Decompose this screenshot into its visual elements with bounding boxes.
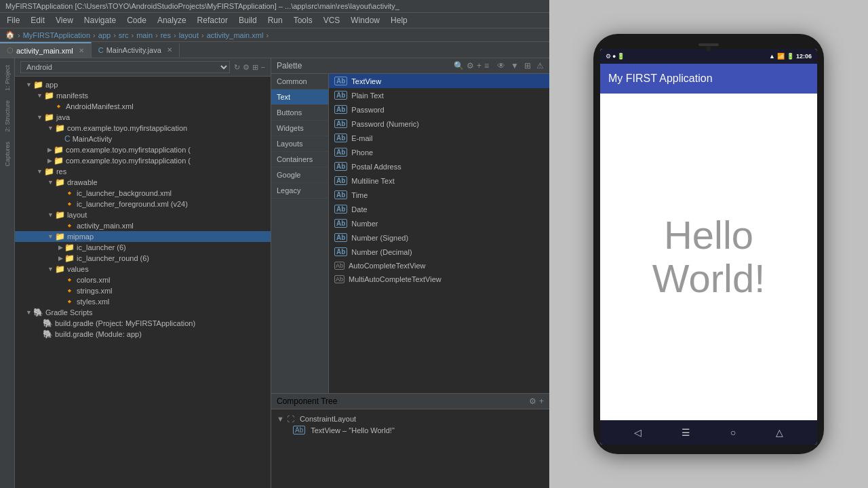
search-btn[interactable]: ○	[730, 427, 736, 438]
palette-cat-common[interactable]: Common	[271, 74, 328, 89]
palette-cat-text[interactable]: Text	[271, 89, 328, 105]
eye-dropdown[interactable]: ▼	[511, 61, 519, 70]
tree-ic-launcher[interactable]: ▶ 📁 ic_launcher (6)	[15, 242, 271, 253]
tree-app[interactable]: ▼ 📁 app	[15, 79, 271, 90]
ct-textview[interactable]: Ab TextView – "Hello World!"	[277, 424, 544, 436]
menu-file[interactable]: File	[3, 14, 24, 26]
palette-bar: Palette 🔍 ⚙ + ≡ 👁 ▼ ⊞ ⚠	[271, 58, 549, 74]
palette-item-time[interactable]: Ab Time	[329, 188, 549, 202]
tree-package-test1[interactable]: ▶ 📁 com.example.toyo.myfirstapplication …	[15, 144, 271, 155]
menu-vcs[interactable]: VCS	[319, 14, 344, 26]
menu-build[interactable]: Build	[235, 14, 261, 26]
tree-androidmanifest[interactable]: ▶ 🔸 AndroidManifest.xml	[15, 101, 271, 112]
tree-gradle-scripts[interactable]: ▼ 🐘 Gradle Scripts	[15, 307, 271, 318]
tree-mipmap[interactable]: ▼ 📁 mipmap	[15, 231, 271, 242]
palette-item-number[interactable]: Ab Number	[329, 216, 549, 230]
tab-close-activity-main[interactable]: ✕	[79, 47, 84, 54]
nav-res[interactable]: res	[161, 31, 171, 39]
tree-values[interactable]: ▼ 📁 values	[15, 264, 271, 274]
add-palette-icon[interactable]: +	[477, 61, 481, 70]
ct-layout-icon[interactable]: +	[539, 396, 544, 406]
palette-item-textview-label: TextView	[351, 77, 381, 85]
palette-item-password-numeric[interactable]: Ab Password (Numeric)	[329, 117, 549, 131]
android-dropdown[interactable]: Android	[20, 61, 230, 73]
collapse-icon[interactable]: −	[261, 63, 265, 72]
nav-main[interactable]: main	[136, 31, 153, 39]
palette-cat-widgets[interactable]: Widgets	[271, 121, 328, 136]
menu-window[interactable]: Window	[347, 14, 384, 26]
palette-item-multiline[interactable]: Ab Multiline Text	[329, 174, 549, 188]
menu-run[interactable]: Run	[264, 14, 287, 26]
menu-view[interactable]: View	[52, 14, 77, 26]
settings-palette-icon[interactable]: ⚙	[467, 61, 474, 70]
home-btn[interactable]: ☰	[682, 427, 690, 438]
tree-ic-bg[interactable]: ▶ 🔸 ic_launcher_background.xml	[15, 188, 271, 199]
search-palette-icon[interactable]: 🔍	[454, 61, 464, 70]
tree-java[interactable]: ▼ 📁 java	[15, 112, 271, 123]
palette-item-postal[interactable]: Ab Postal Address	[329, 159, 549, 174]
menu-analyze[interactable]: Analyze	[153, 14, 191, 26]
tab-main-activity[interactable]: C MainActivity.java ✕	[92, 43, 180, 57]
tree-package-main[interactable]: ▼ 📁 com.example.toyo.myfirstapplication	[15, 123, 271, 134]
tree-manifests[interactable]: ▼ 📁 manifests	[15, 90, 271, 101]
tab-close-main-activity[interactable]: ✕	[167, 46, 172, 54]
palette-item-password[interactable]: Ab Password	[329, 102, 549, 117]
filter-palette-icon[interactable]: ≡	[484, 61, 489, 70]
palette-item-email[interactable]: Ab E-mail	[329, 131, 549, 145]
tree-build-gradle-module[interactable]: ▶ 🐘 build.gradle (Module: app)	[15, 329, 271, 340]
palette-item-number-signed[interactable]: Ab Number (Signed)	[329, 230, 549, 245]
tree-ic-launcher-round[interactable]: ▶ 📁 ic_launcher_round (6)	[15, 253, 271, 264]
nav-layout[interactable]: layout	[179, 31, 199, 39]
tree-mainactivity[interactable]: ▶ C MainActivity	[15, 134, 271, 144]
palette-cat-containers[interactable]: Containers	[271, 152, 328, 167]
sidebar-project-tab[interactable]: 1: Project	[3, 61, 12, 95]
nav-app[interactable]: MyFIRSTApplication	[23, 31, 90, 39]
sidebar-structure-tab[interactable]: 2: Structure	[3, 96, 12, 136]
menu-code[interactable]: Code	[123, 14, 151, 26]
sync-icon[interactable]: ↻	[234, 63, 240, 72]
palette-cat-google[interactable]: Google	[271, 167, 328, 183]
tree-layout[interactable]: ▼ 📁 layout	[15, 209, 271, 220]
menu-tools[interactable]: Tools	[290, 14, 317, 26]
nav-src[interactable]: src	[119, 31, 129, 39]
palette-item-autocomplete[interactable]: Ab AutoCompleteTextView	[329, 259, 549, 272]
ct-constraint-label: ConstraintLayout	[300, 415, 356, 423]
settings-icon[interactable]: ⚙	[243, 63, 250, 72]
palette-item-number-decimal[interactable]: Ab Number (Decimal)	[329, 245, 549, 259]
menu-edit[interactable]: Edit	[26, 14, 49, 26]
menu-help[interactable]: Help	[387, 14, 412, 26]
ct-constraint-layout[interactable]: ▼ ⛶ ConstraintLayout	[277, 413, 544, 424]
tree-ic-fg[interactable]: ▶ 🔸 ic_launcher_foreground.xml (v24)	[15, 199, 271, 209]
nav-file[interactable]: activity_main.xml	[207, 31, 264, 39]
eye-icon[interactable]: 👁	[497, 61, 505, 70]
nav-app2[interactable]: app	[98, 31, 111, 39]
xml-ic-bg-icon: 🔸	[64, 188, 75, 198]
palette-item-phone[interactable]: Ab Phone	[329, 145, 549, 159]
tree-strings[interactable]: ▶ 🔸 strings.xml	[15, 285, 271, 296]
palette-item-plaintext[interactable]: Ab Plain Text	[329, 88, 549, 102]
menu-navigate[interactable]: Navigate	[80, 14, 120, 26]
apps-btn[interactable]: △	[776, 427, 783, 438]
back-btn[interactable]: ◁	[634, 427, 642, 438]
palette-cat-layouts[interactable]: Layouts	[271, 136, 328, 152]
menu-refactor[interactable]: Refactor	[193, 14, 232, 26]
pin-icon[interactable]: ⊞	[252, 63, 258, 72]
tree-build-gradle-project[interactable]: ▶ 🐘 build.gradle (Project: MyFIRSTApplic…	[15, 318, 271, 329]
tree-styles[interactable]: ▶ 🔸 styles.xml	[15, 296, 271, 307]
tree-drawable[interactable]: ▼ 📁 drawable	[15, 177, 271, 188]
error-icon[interactable]: ⚠	[536, 61, 544, 70]
tree-colors[interactable]: ▶ 🔸 colors.xml	[15, 274, 271, 285]
palette-cat-legacy[interactable]: Legacy	[271, 183, 328, 199]
ct-settings-icon[interactable]: ⚙	[529, 396, 536, 406]
editor-area: Palette 🔍 ⚙ + ≡ 👁 ▼ ⊞ ⚠ Common Text	[271, 58, 549, 488]
palette-item-multiauto[interactable]: Ab MultiAutoCompleteTextView	[329, 272, 549, 286]
tree-res[interactable]: ▼ 📁 res	[15, 166, 271, 177]
tab-activity-main[interactable]: ⬡ activity_main.xml ✕	[0, 42, 92, 58]
sidebar-captures-tab[interactable]: Captures	[3, 138, 12, 171]
palette-cat-buttons[interactable]: Buttons	[271, 105, 328, 121]
tree-activity-main-xml[interactable]: ▶ 🔸 activity_main.xml	[15, 220, 271, 231]
component-icon[interactable]: ⊞	[524, 61, 531, 70]
palette-item-textview[interactable]: Ab TextView	[329, 74, 549, 88]
tree-package-test2[interactable]: ▶ 📁 com.example.toyo.myfirstapplication …	[15, 155, 271, 166]
palette-item-date[interactable]: Ab Date	[329, 202, 549, 216]
